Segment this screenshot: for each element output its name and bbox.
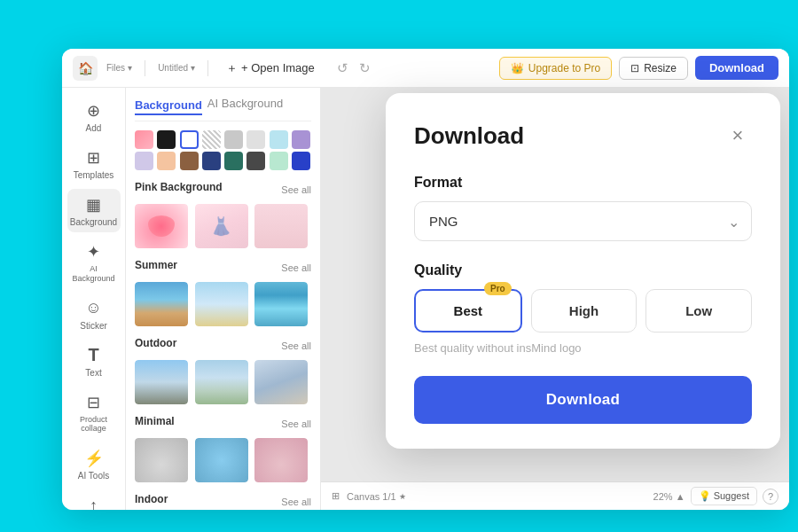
quality-label: Quality xyxy=(414,262,752,278)
ai-bg-icon: ✦ xyxy=(83,241,105,262)
swatch-brown[interactable] xyxy=(180,152,199,170)
close-icon: × xyxy=(732,124,744,147)
sidebar-item-upload[interactable]: ↑ Upload xyxy=(67,489,121,510)
crown-icon: 👑 xyxy=(511,62,524,74)
swatch-cobalt[interactable] xyxy=(292,152,310,170)
sidebar: ⊕ Add ⊞ Templates ▦ Background ✦ AIBackg… xyxy=(62,88,126,510)
sidebar-item-background[interactable]: ▦ Background xyxy=(67,189,121,232)
pro-badge: Pro xyxy=(484,282,512,295)
resize-button[interactable]: ⊡ Resize xyxy=(619,57,688,80)
sidebar-item-add[interactable]: ⊕ Add xyxy=(67,95,121,138)
quality-options: Pro Best High Low xyxy=(414,289,752,332)
swatch-gray2[interactable] xyxy=(246,130,265,149)
resize-icon: ⊡ xyxy=(630,62,639,74)
undo-button[interactable]: ↺ xyxy=(332,59,353,78)
home-button[interactable]: 🏠 xyxy=(73,56,98,81)
sidebar-item-sticker[interactable]: ☺ Sticker xyxy=(67,293,121,336)
topbar: 🏠 Files ▾ Untitled ▾ ＋ + Open Image ↺ ↻ … xyxy=(62,49,789,88)
upload-icon: ↑ xyxy=(83,495,105,510)
summer-thumb-1[interactable] xyxy=(135,282,188,326)
sidebar-item-ai-tools[interactable]: ⚡ AI Tools xyxy=(67,442,121,486)
format-selector[interactable]: PNG JPG WEBP SVG ⌄ xyxy=(414,201,752,241)
swatch-mint[interactable] xyxy=(270,152,288,170)
see-all-minimal[interactable]: See all xyxy=(281,419,311,429)
modal-title: Download xyxy=(414,122,524,150)
background-panel: Background AI Background xyxy=(126,88,321,510)
swatch-pink[interactable] xyxy=(135,130,153,149)
see-all-outdoor[interactable]: See all xyxy=(281,340,311,351)
section-summer: Summer See all xyxy=(135,259,311,326)
swatch-black[interactable] xyxy=(157,130,176,149)
minimal-thumb-1[interactable] xyxy=(135,438,188,482)
swatch-teal[interactable] xyxy=(224,152,243,170)
canvas-grid-icon: ⊞ xyxy=(332,490,340,502)
minimal-thumb-2[interactable] xyxy=(195,438,248,482)
pink-thumb-1[interactable] xyxy=(135,204,188,248)
tab-background[interactable]: Background xyxy=(135,97,202,115)
swatch-white[interactable] xyxy=(180,130,199,149)
files-menu[interactable]: Files ▾ xyxy=(106,63,132,73)
format-label: Format xyxy=(414,175,752,191)
quality-high-button[interactable]: High xyxy=(531,289,638,332)
outdoor-grid xyxy=(135,360,311,404)
suggest-button[interactable]: 💡 Suggest xyxy=(691,487,757,505)
swatch-darkblue[interactable] xyxy=(202,152,221,170)
see-all-summer[interactable]: See all xyxy=(281,262,311,273)
help-button[interactable]: ? xyxy=(763,489,778,505)
outdoor-thumb-1[interactable] xyxy=(135,360,188,404)
canvas-bottom-bar: ⊞ Canvas 1/1 ★ 22% ▲ 💡 Suggest ? xyxy=(321,481,789,510)
section-indoor: Indoor See all xyxy=(135,493,311,510)
divider-2 xyxy=(207,60,208,76)
quality-best-button[interactable]: Pro Best xyxy=(414,289,522,332)
sticker-icon: ☺ xyxy=(83,298,105,319)
divider-1 xyxy=(145,60,145,76)
panel-tabs: Background AI Background xyxy=(135,97,311,121)
product-collage-icon: ⊟ xyxy=(83,392,105,413)
suggest-icon: 💡 xyxy=(699,490,711,501)
download-modal: Download × Format PNG JPG WEBP SVG ⌄ Qua… xyxy=(386,93,780,449)
title-menu[interactable]: Untitled ▾ xyxy=(158,63,195,73)
quality-description: Best quality without insMind logo xyxy=(414,341,752,355)
summer-thumb-3[interactable] xyxy=(254,282,308,326)
modal-close-button[interactable]: × xyxy=(724,121,752,150)
swatch-lightblue[interactable] xyxy=(270,130,288,149)
pink-thumb-2[interactable]: 👗 xyxy=(195,204,248,248)
sidebar-item-templates[interactable]: ⊞ Templates xyxy=(67,142,121,185)
templates-icon: ⊞ xyxy=(83,147,105,168)
swatch-peach[interactable] xyxy=(157,152,176,170)
minimal-thumb-3[interactable] xyxy=(254,438,308,482)
swatch-lavender[interactable] xyxy=(135,152,153,170)
modal-header: Download × xyxy=(414,121,752,150)
outdoor-thumb-2[interactable] xyxy=(195,360,248,404)
swatch-purple[interactable] xyxy=(292,130,310,149)
canvas-label: Canvas 1/1 ★ xyxy=(347,491,406,502)
see-all-indoor[interactable]: See all xyxy=(281,497,311,507)
minimal-grid xyxy=(135,438,311,482)
download-top-button[interactable]: Download xyxy=(695,56,778,80)
sidebar-item-ai-background[interactable]: ✦ AIBackground xyxy=(67,236,121,289)
section-minimal: Minimal See all xyxy=(135,415,311,482)
sidebar-item-text[interactable]: T Text xyxy=(67,340,121,383)
summer-grid xyxy=(135,282,311,326)
app-window: 🏠 Files ▾ Untitled ▾ ＋ + Open Image ↺ ↻ … xyxy=(62,49,789,510)
section-pink: Pink Background See all 👗 xyxy=(135,181,311,248)
zoom-chevron: ▲ xyxy=(676,491,685,502)
format-select[interactable]: PNG JPG WEBP SVG xyxy=(414,201,752,241)
pink-thumb-3[interactable] xyxy=(254,204,308,248)
tab-ai-background[interactable]: AI Background xyxy=(207,97,283,115)
upgrade-button[interactable]: 👑 Upgrade to Pro xyxy=(499,57,612,80)
swatch-pattern[interactable] xyxy=(202,130,221,149)
outdoor-thumb-3[interactable] xyxy=(254,360,308,404)
download-modal-button[interactable]: Download xyxy=(414,376,752,424)
see-all-pink[interactable]: See all xyxy=(281,184,311,195)
swatch-gray1[interactable] xyxy=(224,130,243,149)
text-icon: T xyxy=(83,345,105,366)
sidebar-item-product-collage[interactable]: ⊟ Product collage xyxy=(67,387,121,440)
plus-icon: ＋ xyxy=(226,60,238,76)
color-swatches xyxy=(135,130,311,170)
redo-button[interactable]: ↻ xyxy=(355,59,375,78)
open-image-button[interactable]: ＋ + Open Image xyxy=(221,57,320,80)
quality-low-button[interactable]: Low xyxy=(645,289,752,332)
summer-thumb-2[interactable] xyxy=(195,282,248,326)
swatch-darkgray[interactable] xyxy=(246,152,265,170)
